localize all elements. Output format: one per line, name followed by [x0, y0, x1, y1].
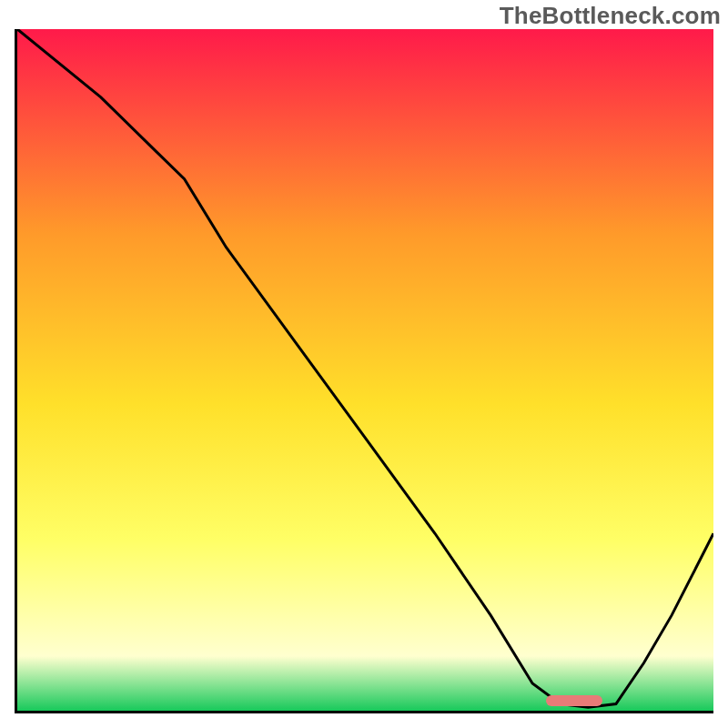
chart-svg: [17, 29, 713, 711]
watermark-label: TheBottleneck.com: [500, 2, 721, 30]
optimal-range-marker: [546, 695, 602, 706]
gradient-background: [17, 29, 713, 711]
chart-frame: TheBottleneck.com: [0, 0, 728, 728]
plot-area: [15, 29, 713, 713]
